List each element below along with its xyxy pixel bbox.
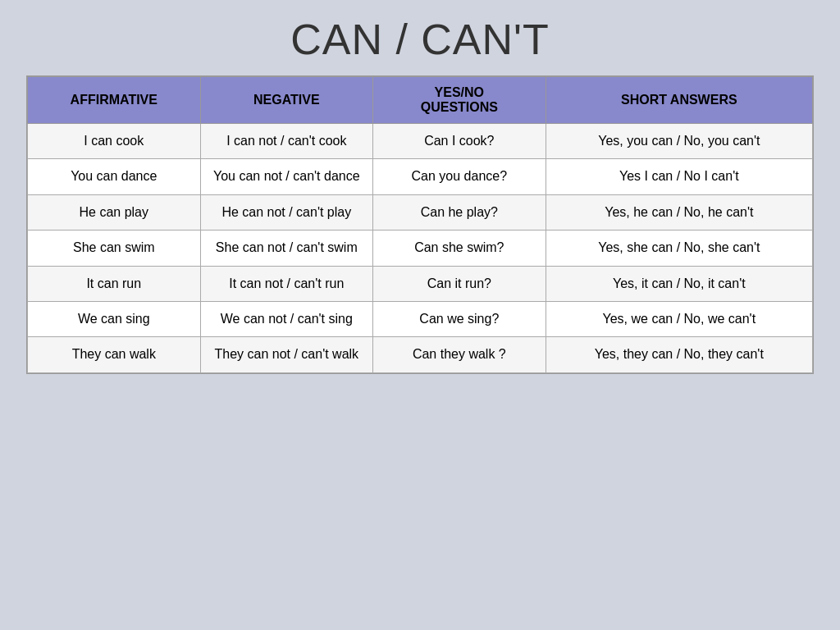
- cell-negative: She can not / can't swim: [200, 231, 373, 266]
- cell-short-answer: Yes, you can / No, you can't: [546, 124, 812, 159]
- table-row: He can playHe can not / can't playCan he…: [28, 194, 813, 230]
- cell-affirmative: It can run: [28, 266, 201, 301]
- cell-short-answer: Yes, she can / No, she can't: [546, 231, 812, 266]
- main-table-container: AFFIRMATIVE NEGATIVE YES/NOQUESTIONS SHO…: [26, 75, 814, 374]
- header-affirmative: AFFIRMATIVE: [28, 77, 201, 124]
- cell-question: Can I cook?: [373, 124, 546, 159]
- table-row: You can danceYou can not / can't danceCa…: [28, 159, 813, 194]
- cell-negative: We can not / can't sing: [200, 301, 373, 336]
- cell-affirmative: She can swim: [28, 231, 201, 266]
- table-row: She can swimShe can not / can't swimCan …: [28, 231, 813, 266]
- cell-affirmative: They can walk: [28, 337, 201, 372]
- cell-affirmative: We can sing: [28, 301, 201, 336]
- header-questions: YES/NOQUESTIONS: [373, 77, 546, 124]
- cell-affirmative: He can play: [28, 194, 201, 230]
- header-negative: NEGATIVE: [200, 77, 373, 124]
- cell-short-answer: Yes I can / No I can't: [546, 159, 812, 194]
- header-short-answers: SHORT ANSWERS: [546, 77, 812, 124]
- cell-negative: You can not / can't dance: [200, 159, 373, 194]
- table-row: They can walkThey can not / can't walkCa…: [28, 337, 813, 372]
- table-row: I can cookI can not / can't cookCan I co…: [28, 124, 813, 159]
- table-row: We can singWe can not / can't singCan we…: [28, 301, 813, 336]
- cell-negative: I can not / can't cook: [200, 124, 373, 159]
- cell-question: Can she swim?: [373, 231, 546, 266]
- cell-question: Can we sing?: [373, 301, 546, 336]
- cell-short-answer: Yes, we can / No, we can't: [546, 301, 812, 336]
- table-row: It can runIt can not / can't runCan it r…: [28, 266, 813, 301]
- cell-short-answer: Yes, it can / No, it can't: [546, 266, 812, 301]
- cell-question: Can they walk ?: [373, 337, 546, 372]
- cell-short-answer: Yes, they can / No, they can't: [546, 337, 812, 372]
- cell-negative: He can not / can't play: [200, 194, 373, 230]
- cell-negative: It can not / can't run: [200, 266, 373, 301]
- cell-question: Can he play?: [373, 194, 546, 230]
- cell-question: Can you dance?: [373, 159, 546, 194]
- cell-affirmative: You can dance: [28, 159, 201, 194]
- cell-short-answer: Yes, he can / No, he can't: [546, 194, 812, 230]
- page-title: CAN / CAN'T: [290, 15, 550, 64]
- cell-affirmative: I can cook: [28, 124, 201, 159]
- cell-negative: They can not / can't walk: [200, 337, 373, 372]
- cell-question: Can it run?: [373, 266, 546, 301]
